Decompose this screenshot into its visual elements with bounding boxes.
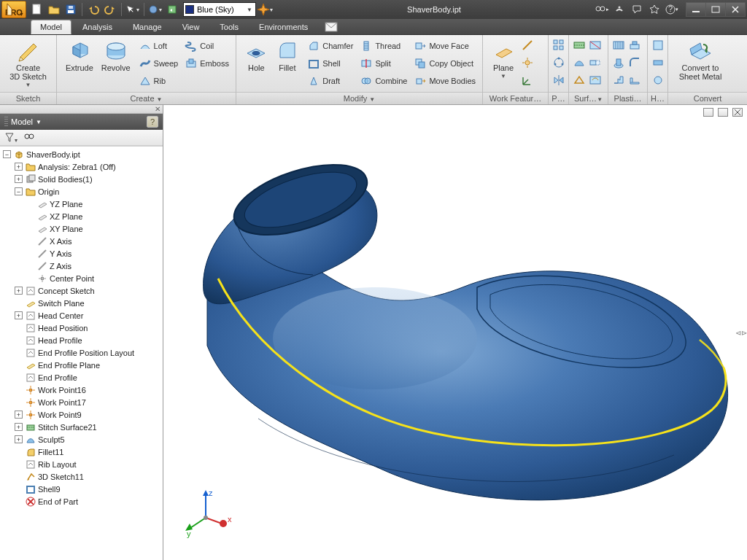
open-file-icon[interactable] bbox=[46, 1, 62, 18]
boundary-patch-icon[interactable] bbox=[572, 73, 587, 88]
tree-item[interactable]: Switch Plane bbox=[0, 297, 163, 309]
search-toggle-icon[interactable]: ▸ bbox=[593, 1, 611, 18]
tree-item[interactable]: Work Point17 bbox=[0, 396, 163, 408]
move-bodies-button[interactable]: Move Bodies bbox=[412, 73, 478, 89]
find-icon[interactable] bbox=[23, 132, 35, 144]
work-point-icon[interactable] bbox=[520, 55, 535, 70]
panel-create-title[interactable]: Create ▼ bbox=[57, 92, 236, 104]
view-triad[interactable]: z y x bbox=[185, 487, 236, 538]
extend-surface-icon[interactable] bbox=[588, 55, 603, 70]
return-icon[interactable] bbox=[164, 1, 180, 18]
help-icon[interactable]: ?▾ bbox=[663, 1, 681, 18]
trim-surface-icon[interactable] bbox=[588, 38, 603, 52]
tree-item[interactable]: +Solid Bodies(1) bbox=[0, 173, 163, 185]
extrude-button[interactable]: Extrude bbox=[61, 38, 98, 72]
browser-tree[interactable]: −ShaverBody.ipt+Analysis: Zebra1 (Off)+S… bbox=[0, 146, 163, 560]
maximize-button[interactable] bbox=[705, 2, 726, 17]
close-button[interactable] bbox=[725, 2, 746, 17]
undo-icon[interactable] bbox=[85, 1, 101, 18]
tree-item[interactable]: Head Position bbox=[0, 322, 163, 334]
harness-icon-2[interactable] bbox=[651, 55, 665, 70]
boss-icon[interactable] bbox=[611, 55, 626, 70]
lip-icon[interactable] bbox=[627, 73, 642, 88]
tree-item[interactable]: End of Part bbox=[0, 495, 163, 508]
panel-surface-title[interactable]: Surf…▼ bbox=[569, 92, 608, 104]
tree-item[interactable]: End Profile Position Layout bbox=[0, 346, 163, 359]
tree-item[interactable]: End Profile bbox=[0, 371, 163, 384]
tree-item[interactable]: X Axis bbox=[0, 235, 163, 247]
ucs-icon[interactable] bbox=[520, 73, 535, 88]
tree-item[interactable]: +Concept Sketch bbox=[0, 284, 163, 297]
new-file-icon[interactable] bbox=[29, 1, 45, 18]
tree-item[interactable]: +Stitch Surface21 bbox=[0, 421, 163, 433]
rule-fillet-icon[interactable] bbox=[627, 55, 642, 70]
tree-item[interactable]: Head Profile bbox=[0, 334, 163, 346]
plane-button[interactable]: Plane▼ bbox=[487, 38, 519, 79]
favorites-icon[interactable] bbox=[646, 1, 663, 18]
graphics-viewport[interactable]: ⊲⊳ bbox=[163, 105, 747, 560]
tree-item[interactable]: +Analysis: Zebra1 (Off) bbox=[0, 160, 163, 173]
tree-item[interactable]: Shell9 bbox=[0, 483, 163, 495]
tab-environments[interactable]: Environments bbox=[249, 20, 317, 34]
tree-item[interactable]: Y Axis bbox=[0, 247, 163, 260]
tab-view[interactable]: View bbox=[173, 20, 209, 34]
filter-funnel-icon[interactable]: ▾ bbox=[4, 132, 18, 144]
expand-icon[interactable]: + bbox=[15, 411, 23, 419]
expand-icon[interactable]: + bbox=[15, 311, 23, 319]
panel-modify-title[interactable]: Modify ▼ bbox=[236, 92, 482, 104]
save-icon[interactable] bbox=[63, 1, 79, 18]
rest-icon[interactable] bbox=[627, 38, 642, 52]
tree-item[interactable]: 3D Sketch11 bbox=[0, 470, 163, 483]
redo-icon[interactable] bbox=[102, 1, 118, 18]
tree-item[interactable]: XY Plane bbox=[0, 222, 163, 235]
sculpt-icon[interactable] bbox=[572, 55, 587, 70]
tree-item[interactable]: XZ Plane bbox=[0, 210, 163, 222]
shell-button[interactable]: Shell bbox=[306, 55, 355, 71]
expand-icon[interactable]: + bbox=[15, 287, 23, 295]
browser-help-icon[interactable]: ? bbox=[147, 116, 158, 128]
tab-analysis[interactable]: Analysis bbox=[73, 20, 122, 34]
tree-item[interactable]: −Origin bbox=[0, 185, 163, 198]
select-icon[interactable]: ▼ bbox=[125, 1, 141, 18]
application-menu-button[interactable]: PRO ▼ bbox=[1, 1, 26, 18]
collapse-icon[interactable]: − bbox=[3, 150, 11, 158]
chamfer-button[interactable]: Chamfer bbox=[306, 38, 355, 54]
tab-manage[interactable]: Manage bbox=[123, 20, 171, 34]
harness-icon-1[interactable] bbox=[651, 38, 665, 52]
expand-icon[interactable]: + bbox=[15, 175, 23, 183]
tree-item[interactable]: Fillet11 bbox=[0, 446, 163, 458]
mirror-icon[interactable] bbox=[551, 73, 566, 88]
draft-button[interactable]: Draft bbox=[306, 73, 355, 89]
color-style-dropdown[interactable]: Blue (Sky) ▼ bbox=[183, 2, 256, 17]
tab-tools[interactable]: Tools bbox=[210, 20, 248, 34]
tree-item[interactable]: Center Point bbox=[0, 272, 163, 284]
emboss-button[interactable]: Emboss bbox=[183, 55, 231, 71]
harness-icon-3[interactable] bbox=[651, 73, 665, 88]
work-axis-icon[interactable] bbox=[520, 38, 535, 52]
browser-header[interactable]: Model ▼ ? bbox=[0, 114, 163, 130]
minimize-button[interactable] bbox=[686, 2, 706, 17]
snap-fit-icon[interactable] bbox=[611, 73, 626, 88]
expand-icon[interactable]: + bbox=[15, 435, 23, 443]
tree-item[interactable]: Z Axis bbox=[0, 260, 163, 272]
copy-object-button[interactable]: Copy Object bbox=[412, 55, 478, 71]
rib-button[interactable]: Rib bbox=[137, 73, 181, 89]
revolve-button[interactable]: Revolve bbox=[98, 38, 134, 72]
loft-button[interactable]: Loft bbox=[137, 38, 181, 54]
sweep-button[interactable]: Sweep bbox=[137, 55, 181, 71]
browser-close-icon[interactable]: ✕ bbox=[155, 105, 160, 113]
tree-item[interactable]: YZ Plane bbox=[0, 198, 163, 210]
collapse-icon[interactable]: − bbox=[15, 187, 23, 195]
communication-icon[interactable] bbox=[628, 1, 646, 18]
tab-model[interactable]: Model bbox=[31, 20, 71, 34]
tree-item[interactable]: End Profile Plane bbox=[0, 359, 163, 371]
material-icon[interactable]: ▼ bbox=[147, 1, 163, 18]
convert-sheet-metal-button[interactable]: Convert to Sheet Metal bbox=[673, 38, 728, 81]
fillet-button[interactable]: Fillet bbox=[272, 38, 303, 72]
split-button[interactable]: Split bbox=[358, 55, 409, 71]
hole-button[interactable]: Hole bbox=[241, 38, 272, 72]
subscription-icon[interactable] bbox=[611, 1, 628, 18]
create-3d-sketch-button[interactable]: Create 3D Sketch ▼ bbox=[4, 38, 52, 88]
tree-item[interactable]: +Head Center bbox=[0, 309, 163, 322]
combine-button[interactable]: Combine bbox=[358, 73, 409, 89]
